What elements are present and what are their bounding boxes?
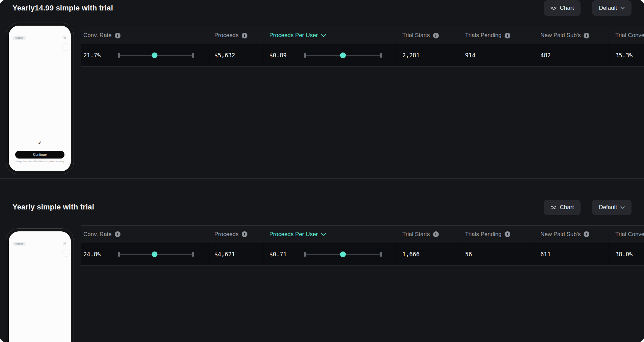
proceeds-value: $5,632	[214, 52, 235, 59]
slider-dot	[340, 252, 346, 257]
info-icon[interactable]: i	[115, 231, 120, 237]
column-label: Proceeds Per User	[269, 32, 318, 39]
slider-min-tick	[304, 252, 306, 257]
slider-min-tick	[118, 252, 120, 257]
column-header-proceeds-per-user[interactable]: Proceeds Per User	[263, 226, 396, 243]
proceeds-per-user-cell: $0.89	[263, 44, 396, 66]
column-label: Conv. Rate	[83, 32, 112, 39]
chart-wave-icon	[551, 205, 557, 210]
proceeds-per-user-value: $0.89	[269, 52, 304, 59]
column-header-proceeds[interactable]: Proceeds i	[208, 27, 263, 44]
chart-wave-icon	[551, 6, 557, 10]
experiment-section-2: Yearly simple with trial Chart Default C…	[0, 179, 644, 342]
experiment-section-1: Yearly14.99 simple with trial Chart Defa…	[0, 0, 644, 179]
new-paid-subs-cell: 611	[534, 243, 609, 265]
paywall-preview[interactable]: Restore ✕ ✓ Continue 3 days free, then $…	[6, 23, 74, 174]
info-icon[interactable]: i	[433, 231, 439, 237]
column-header-trial-conversion[interactable]: Trial Conversion i	[609, 27, 644, 44]
column-header-trial-starts[interactable]: Trial Starts i	[396, 27, 459, 44]
info-icon[interactable]: i	[584, 33, 589, 38]
column-label: Proceeds	[214, 231, 239, 238]
trials-pending-cell: 56	[459, 243, 534, 265]
trial-starts-cell: 2,281	[396, 44, 459, 66]
column-header-conv-rate[interactable]: Conv. Rate i	[81, 27, 208, 44]
section-title: Yearly14.99 simple with trial	[12, 4, 113, 12]
column-header-trials-pending[interactable]: Trials Pending i	[459, 226, 534, 243]
info-icon[interactable]: i	[584, 231, 589, 237]
column-label: New Paid Sub's	[540, 32, 581, 39]
chart-button[interactable]: Chart	[544, 0, 581, 16]
conv-rate-value: 21.7%	[83, 52, 118, 59]
slider-min-tick	[304, 53, 306, 58]
trials-pending-value: 914	[465, 52, 476, 59]
column-header-new-paid-subs[interactable]: New Paid Sub's i	[534, 226, 609, 243]
trial-conversion-value: 35.3%	[615, 52, 633, 59]
column-label: Trial Conversion	[615, 32, 644, 39]
section-title: Yearly simple with trial	[12, 203, 94, 211]
info-icon[interactable]: i	[115, 33, 120, 38]
column-label: Proceeds Per User	[269, 231, 318, 238]
chart-button[interactable]: Chart	[544, 200, 581, 215]
column-header-new-paid-subs[interactable]: New Paid Sub's i	[534, 27, 609, 44]
new-paid-subs-value: 611	[540, 251, 551, 258]
conv-rate-benchmark-slider	[118, 251, 194, 257]
column-label: New Paid Sub's	[540, 231, 581, 238]
section-actions: Chart Default	[544, 0, 632, 16]
trial-starts-value: 2,281	[402, 52, 420, 59]
info-icon[interactable]: i	[505, 33, 510, 38]
terms-text: 3 days free, then $14.99/month, billed a…	[9, 160, 71, 163]
proceeds-cell: $4,621	[208, 243, 263, 265]
column-header-trials-pending[interactable]: Trials Pending i	[459, 27, 534, 44]
slider-dot	[152, 252, 157, 257]
close-icon: ✕	[63, 35, 67, 40]
paywall-preview[interactable]: Restore ✕ ✓ Continue 3 days free, then $…	[6, 228, 74, 342]
chart-button-label: Chart	[560, 204, 574, 211]
slider-dot	[152, 53, 157, 58]
view-dropdown-label: Default	[599, 5, 617, 11]
metrics-header-row: Conv. Rate i Proceeds i Proceeds Per Use…	[81, 27, 644, 44]
trials-pending-value: 56	[465, 251, 472, 258]
slider-max-tick	[192, 53, 194, 58]
view-dropdown-label: Default	[599, 204, 617, 211]
trials-pending-cell: 914	[459, 44, 534, 66]
column-label: Trial Starts	[402, 231, 430, 238]
experiments-dashboard: Yearly14.99 simple with trial Chart Defa…	[0, 0, 644, 342]
info-icon[interactable]: i	[242, 33, 247, 38]
chevron-down-icon	[620, 7, 625, 9]
slider-max-tick	[192, 252, 194, 257]
column-header-trial-starts[interactable]: Trial Starts i	[396, 226, 459, 243]
conv-rate-cell: 21.7%	[81, 44, 208, 66]
view-dropdown[interactable]: Default	[592, 200, 632, 215]
view-dropdown[interactable]: Default	[592, 0, 632, 16]
continue-button: Continue	[15, 151, 64, 159]
paywall-screen: Restore ✕ ✓ Continue 3 days free, then $…	[9, 26, 71, 171]
restore-button: Restore	[12, 36, 26, 40]
chart-button-label: Chart	[560, 5, 574, 11]
info-icon[interactable]: i	[242, 231, 247, 237]
slider-min-tick	[118, 53, 120, 58]
proceeds-cell: $5,632	[208, 44, 263, 66]
trial-conversion-value: 38.0%	[615, 251, 633, 258]
column-header-conv-rate[interactable]: Conv. Rate i	[81, 226, 208, 243]
proceeds-per-user-cell: $0.71	[263, 243, 396, 265]
column-label: Trials Pending	[465, 32, 502, 39]
paywall-screen: Restore ✕ ✓ Continue 3 days free, then $…	[9, 231, 71, 342]
conv-rate-cell: 24.8%	[81, 243, 208, 265]
metrics-row: 24.8% $4,621 $0.71	[81, 243, 644, 266]
trial-conversion-cell: 35.3%	[609, 44, 644, 66]
placeholder-circle	[62, 249, 70, 257]
conv-rate-value: 24.8%	[83, 251, 118, 258]
column-label: Trial Starts	[402, 32, 430, 39]
column-header-trial-conversion[interactable]: Trial Conversion i	[609, 226, 644, 243]
restore-button: Restore	[12, 242, 26, 246]
proceeds-per-user-benchmark-slider	[304, 52, 382, 58]
info-icon[interactable]: i	[433, 33, 439, 38]
chevron-down-icon	[321, 34, 326, 37]
column-header-proceeds-per-user[interactable]: Proceeds Per User	[263, 27, 396, 44]
slider-max-tick	[380, 252, 382, 257]
proceeds-per-user-value: $0.71	[269, 251, 304, 258]
close-icon: ✕	[63, 241, 67, 246]
column-label: Trial Conversion	[615, 231, 644, 238]
column-header-proceeds[interactable]: Proceeds i	[208, 226, 263, 243]
info-icon[interactable]: i	[505, 231, 510, 237]
